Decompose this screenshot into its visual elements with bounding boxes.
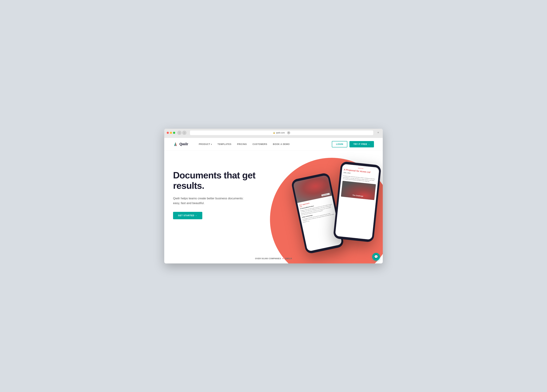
logo-link[interactable]: Qwilr <box>173 142 188 147</box>
nav-templates[interactable]: TEMPLATES <box>218 143 231 145</box>
social-proof-bar: OVER 50,000 COMPANIES ♥ QWILR <box>255 257 292 260</box>
tab-close-button[interactable]: ✕ <box>287 131 290 134</box>
phones-container: Read More → Our approach A Commodified P… <box>284 154 383 264</box>
phone-left-screen: Read More → Our approach A Commodified P… <box>293 175 342 251</box>
maximize-dot[interactable] <box>173 132 175 134</box>
address-bar[interactable]: 🔒 qwilr.com ✕ <box>190 130 373 135</box>
browser-chrome: ‹ › 🔒 qwilr.com ✕ + <box>164 129 383 138</box>
hero-subtitle: Qwilr helps teams create better business… <box>173 196 244 205</box>
phone-left-content: Read More → Our approach A Commodified P… <box>293 175 342 251</box>
nav-product[interactable]: PRODUCT <box>199 143 212 145</box>
phone-right: ABACUS A Proposal for Acme Ltd June, 201… <box>333 161 382 243</box>
logo-text: Qwilr <box>179 142 188 146</box>
nav-book-demo[interactable]: BOOK A DEMO <box>273 143 290 145</box>
browser-traffic-lights <box>167 132 175 134</box>
hero-content: Documents that get results. Qwilr helps … <box>173 163 258 219</box>
back-button[interactable]: ‹ <box>177 131 182 135</box>
close-dot[interactable] <box>167 132 169 134</box>
phone-divider <box>300 206 302 207</box>
get-started-button[interactable]: GET STARTED → <box>173 212 202 219</box>
login-button[interactable]: LOGIN <box>332 141 348 147</box>
new-tab-button[interactable]: + <box>376 131 380 135</box>
minimize-dot[interactable] <box>170 132 172 134</box>
get-started-label: GET STARTED → <box>178 214 197 217</box>
navbar: Qwilr PRODUCT TEMPLATES PRICING CUSTOMER… <box>164 138 383 151</box>
qwilr-logo-icon <box>173 142 178 147</box>
lock-icon: 🔒 <box>273 132 275 134</box>
chat-icon: 💬 <box>374 255 378 259</box>
hero-section: Documents that get results. Qwilr helps … <box>164 151 383 264</box>
phone-challenge-shoe-decoration <box>341 181 376 200</box>
try-free-button[interactable]: TRY IT FREE → <box>349 141 374 147</box>
phone-right-screen: ABACUS A Proposal for Acme Ltd June, 201… <box>335 164 379 240</box>
forward-button[interactable]: › <box>182 131 186 135</box>
nav-actions: LOGIN TRY IT FREE → <box>332 141 374 147</box>
browser-top-bar: ‹ › 🔒 qwilr.com ✕ + <box>167 130 380 135</box>
nav-customers[interactable]: CUSTOMERS <box>253 143 267 145</box>
try-free-label: TRY IT FREE → <box>353 143 370 145</box>
url-text: qwilr.com <box>276 132 285 134</box>
browser-window: ‹ › 🔒 qwilr.com ✕ + Qwilr <box>164 129 383 264</box>
site-content: Qwilr PRODUCT TEMPLATES PRICING CUSTOMER… <box>164 138 383 264</box>
social-proof-text-1: OVER 50,000 COMPANIES <box>255 257 281 260</box>
tab-bar <box>167 136 380 138</box>
nav-links: PRODUCT TEMPLATES PRICING CUSTOMERS BOOK… <box>199 143 332 145</box>
social-proof-text-2: QWILR <box>285 257 292 260</box>
chat-widget-button[interactable]: 💬 <box>372 253 380 261</box>
hero-title: Documents that get results. <box>173 170 258 191</box>
phone-challenge-area: The Challenge <box>341 181 376 200</box>
browser-nav-buttons: ‹ › <box>177 131 186 135</box>
phone-right-content: ABACUS A Proposal for Acme Ltd June, 201… <box>335 164 379 240</box>
nav-pricing[interactable]: PRICING <box>237 143 247 145</box>
heart-icon: ♥ <box>282 257 284 260</box>
